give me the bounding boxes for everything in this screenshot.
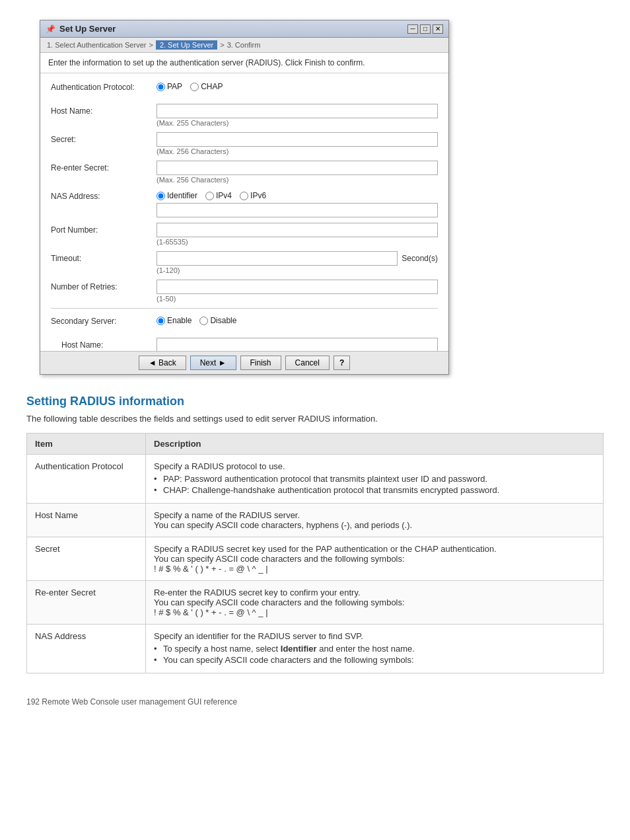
nas-address-row: NAS Address: Identifier IPv4 — [51, 189, 438, 217]
nas-identifier-text: Identifier — [167, 191, 197, 200]
secret-control: (Max. 256 Characters) — [157, 132, 438, 155]
table-row: SecretSpecify a RADIUS secret key used f… — [27, 537, 604, 581]
retries-label: Number of Retries: — [51, 280, 157, 291]
cancel-button[interactable]: Cancel — [285, 356, 330, 370]
chap-radio-label[interactable]: CHAP — [190, 82, 223, 91]
secret-hint: (Max. 256 Characters) — [157, 147, 438, 155]
secondary-disable-text: Disable — [210, 316, 236, 325]
host-name-label: Host Name: — [51, 104, 157, 116]
setup-server-dialog: 📌 Set Up Server ─ □ ✕ 1. Select Authenti… — [40, 20, 449, 375]
chap-radio[interactable] — [190, 83, 199, 91]
table-cell-desc: Specify a RADIUS protocol to use.PAP: Pa… — [146, 455, 604, 504]
nas-identifier-label[interactable]: Identifier — [157, 191, 197, 200]
secondary-enable-text: Enable — [167, 316, 192, 325]
pin-icon: 📌 — [46, 24, 55, 34]
close-button[interactable]: ✕ — [433, 24, 443, 34]
table-cell-item: Re-enter Secret — [27, 581, 146, 625]
table-cell-item: Authentication Protocol — [27, 455, 146, 504]
desc-symbols: ! # $ % & ' ( ) * + - . = @ \ ^ _ | — [154, 607, 268, 617]
desc-main: Specify a RADIUS secret key used for the… — [154, 544, 497, 554]
host-name-row: Host Name: (Max. 255 Characters) — [51, 104, 438, 127]
table-cell-desc: Re-enter the RADIUS secret key to confir… — [146, 581, 604, 625]
pap-radio[interactable] — [157, 83, 165, 91]
secondary-host-control: (Max. 255 Characters) — [157, 338, 438, 351]
dialog-wrapper: 📌 Set Up Server ─ □ ✕ 1. Select Authenti… — [0, 0, 630, 388]
secret-input[interactable] — [157, 132, 438, 147]
chap-label: CHAP — [201, 82, 223, 91]
nas-ipv6-radio[interactable] — [240, 192, 248, 200]
table-cell-item: Secret — [27, 537, 146, 581]
table-cell-desc: Specify an identifier for the RADIUS ser… — [146, 625, 604, 673]
host-name-hint: (Max. 255 Characters) — [157, 119, 438, 127]
table-row: Authentication ProtocolSpecify a RADIUS … — [27, 455, 604, 504]
nas-radio-group: Identifier IPv4 IPv6 — [157, 189, 438, 200]
back-button[interactable]: ◄ Back — [139, 356, 186, 370]
desc-main: Re-enter the RADIUS secret key to confir… — [154, 588, 361, 597]
secondary-enable-radio[interactable] — [157, 317, 165, 325]
secondary-enable-label[interactable]: Enable — [157, 316, 192, 325]
host-name-control: (Max. 255 Characters) — [157, 104, 438, 127]
breadcrumb-step1: 1. Select Authentication Server — [47, 41, 146, 49]
nas-ipv4-label[interactable]: IPv4 — [205, 191, 232, 200]
retries-input[interactable]: 3 — [157, 280, 438, 294]
desc-bullet-item: You can specify ASCII code characters an… — [154, 655, 595, 665]
retries-control: 3 (1-50) — [157, 280, 438, 303]
timeout-hint: (1-120) — [157, 266, 438, 274]
secondary-host-input[interactable] — [157, 338, 438, 351]
page-footer: 192 Remote Web Console user management G… — [0, 693, 630, 710]
desc-extra: You can specify ASCII code characters an… — [154, 597, 405, 607]
finish-button[interactable]: Finish — [240, 356, 281, 370]
minimize-button[interactable]: ─ — [407, 24, 418, 34]
breadcrumb-step3: 3. Confirm — [227, 41, 261, 49]
breadcrumb-bar: 1. Select Authentication Server > 2. Set… — [40, 38, 448, 53]
auth-protocol-control: PAP CHAP — [157, 80, 438, 91]
host-name-input[interactable] — [157, 104, 438, 118]
timeout-input[interactable]: 10 — [157, 251, 398, 266]
secret-label: Secret: — [51, 132, 157, 144]
dialog-footer: ◄ Back Next ► Finish Cancel ? — [40, 351, 448, 374]
secondary-host-row: Host Name: (Max. 255 Characters) — [51, 338, 438, 351]
secondary-disable-label[interactable]: Disable — [199, 316, 236, 325]
page-content: Setting RADIUS information The following… — [0, 395, 630, 693]
breadcrumb-arrow2: > — [220, 41, 224, 49]
breadcrumb-arrow1: > — [149, 41, 153, 49]
reenter-secret-row: Re-enter Secret: (Max. 256 Characters) — [51, 161, 438, 184]
auth-protocol-radio-group: PAP CHAP — [157, 80, 438, 91]
timeout-control: 10 Second(s) (1-120) — [157, 251, 438, 274]
timeout-suffix: Second(s) — [402, 254, 438, 263]
breadcrumb-step2: 2. Set Up Server — [156, 40, 217, 50]
secondary-server-control: Enable Disable — [157, 314, 438, 325]
port-number-input[interactable]: 1812 — [157, 223, 438, 237]
col-item-header: Item — [27, 434, 146, 455]
nas-ipv6-label[interactable]: IPv6 — [240, 191, 266, 200]
reenter-secret-input[interactable] — [157, 161, 438, 175]
nas-ipv4-radio[interactable] — [205, 192, 214, 200]
pap-radio-label[interactable]: PAP — [157, 82, 182, 91]
help-button[interactable]: ? — [333, 356, 350, 370]
nas-ipv6-text: IPv6 — [250, 191, 266, 200]
col-desc-header: Description — [146, 434, 604, 455]
dialog-form-body: Authentication Protocol: PAP CHAP — [40, 73, 448, 351]
section-heading: Setting RADIUS information — [26, 395, 604, 408]
timeout-label: Timeout: — [51, 251, 157, 263]
pap-label: PAP — [167, 82, 182, 91]
nas-identifier-radio[interactable] — [157, 192, 165, 200]
next-button[interactable]: Next ► — [190, 356, 236, 370]
dialog-title: Set Up Server — [59, 24, 116, 34]
secondary-host-label: Host Name: — [51, 338, 157, 350]
desc-bullet-item: To specify a host name, select Identifie… — [154, 644, 595, 654]
maximize-button[interactable]: □ — [420, 24, 431, 34]
table-header-row: Item Description — [27, 434, 604, 455]
dialog-controls: ─ □ ✕ — [407, 24, 443, 34]
timeout-row: Timeout: 10 Second(s) (1-120) — [51, 251, 438, 274]
nas-ipv4-text: IPv4 — [216, 191, 232, 200]
table-cell-item: Host Name — [27, 504, 146, 537]
nas-address-input[interactable] — [157, 203, 438, 217]
timeout-input-group: 10 Second(s) — [157, 251, 438, 266]
table-row: Host NameSpecify a name of the RADIUS se… — [27, 504, 604, 537]
reenter-secret-label: Re-enter Secret: — [51, 161, 157, 172]
desc-main: Specify a name of the RADIUS server. — [154, 510, 300, 520]
secondary-disable-radio[interactable] — [199, 317, 208, 325]
auth-protocol-label: Authentication Protocol: — [51, 80, 157, 92]
table-row: NAS AddressSpecify an identifier for the… — [27, 625, 604, 673]
